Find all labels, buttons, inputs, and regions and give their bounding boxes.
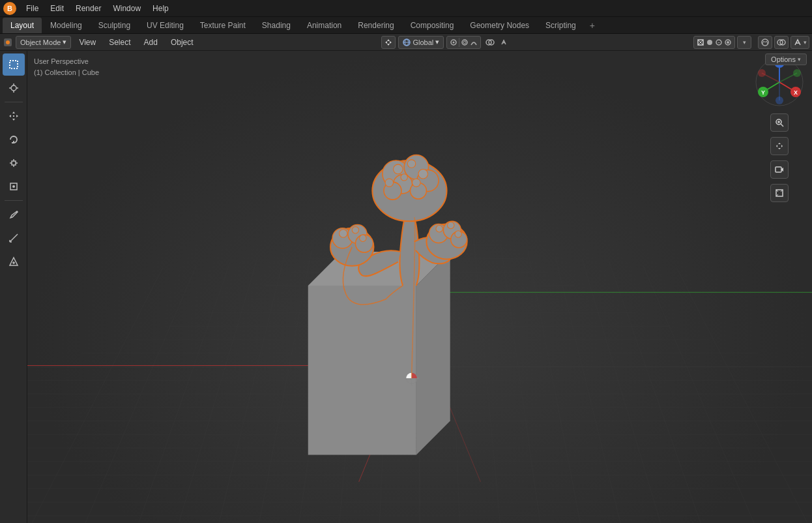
tool-transform[interactable]: [3, 175, 25, 198]
svg-line-73: [27, 268, 163, 523]
svg-line-36: [16, 212, 17, 213]
tab-scripting[interactable]: Scripting: [538, 18, 584, 33]
viewport-shading-chevron[interactable]: ▾: [737, 36, 751, 49]
svg-line-77: [528, 250, 582, 523]
tab-compositing[interactable]: Compositing: [403, 18, 462, 33]
svg-text:X: X: [794, 89, 798, 96]
menu-file[interactable]: File: [21, 3, 44, 14]
workspace-tabs: Layout Modeling Sculpting UV Editing Tex…: [0, 17, 812, 34]
viewport-shading-render-icon[interactable]: [724, 38, 732, 46]
tool-scale[interactable]: [3, 152, 25, 174]
svg-line-141: [781, 124, 783, 127]
svg-point-14: [707, 40, 712, 45]
svg-point-135: [776, 97, 783, 104]
options-chevron: ▾: [798, 56, 801, 63]
svg-line-79: [582, 258, 663, 523]
tab-rendering[interactable]: Rendering: [350, 18, 401, 33]
xr-icon[interactable]: [761, 38, 770, 47]
svg-marker-90: [308, 286, 416, 455]
svg-line-82: [676, 268, 812, 523]
menu-render[interactable]: Render: [70, 3, 106, 14]
tab-sculpting[interactable]: Sculpting: [91, 18, 138, 33]
tab-animation[interactable]: Animation: [299, 18, 349, 33]
svg-point-6: [453, 41, 455, 43]
tool-measure[interactable]: [3, 227, 25, 249]
viewport-grid: [27, 51, 812, 523]
svg-point-116: [448, 222, 454, 228]
svg-line-72: [81, 265, 196, 523]
3d-viewport[interactable]: User Perspective (1) Collection | Cube O…: [27, 51, 812, 523]
options-button[interactable]: Options ▾: [765, 53, 807, 65]
global-space-icon: [403, 38, 411, 46]
view-menu[interactable]: View: [74, 36, 101, 49]
blender-logo-icon: B: [3, 1, 17, 16]
viewport-shading-matcap-icon[interactable]: [715, 38, 723, 46]
tool-rotate[interactable]: [3, 128, 25, 151]
add-menu[interactable]: Add: [139, 36, 163, 49]
svg-rect-28: [13, 115, 14, 117]
tab-texture-paint[interactable]: Texture Paint: [192, 18, 254, 33]
svg-point-109: [352, 227, 358, 233]
tool-cursor[interactable]: [3, 77, 25, 99]
svg-text:B: B: [7, 5, 12, 12]
svg-rect-29: [12, 161, 16, 165]
menu-window[interactable]: Window: [108, 3, 146, 14]
svg-line-78: [555, 255, 623, 523]
svg-point-137: [758, 69, 766, 77]
menu-help[interactable]: Help: [147, 3, 174, 14]
transform-space-dropdown[interactable]: Global ▾: [398, 36, 444, 49]
tool-move[interactable]: [3, 105, 25, 127]
ortho-view-button[interactable]: [770, 184, 789, 202]
viewport-overlay-icon[interactable]: [777, 38, 786, 47]
toolbar-separator-2: [5, 200, 23, 201]
gizmo-toggle-icon[interactable]: [793, 38, 802, 47]
tool-add-object[interactable]: [3, 250, 25, 273]
zoom-camera-button[interactable]: [770, 113, 789, 132]
tab-modeling[interactable]: Modeling: [42, 18, 90, 33]
tab-shading[interactable]: Shading: [254, 18, 298, 33]
global-dropdown-chevron: ▾: [435, 38, 439, 46]
top-menu-bar: B File Edit Render Window Help: [0, 0, 812, 17]
tab-geometry-nodes[interactable]: Geometry Nodes: [462, 18, 537, 33]
viewport-shading-wire-icon[interactable]: [697, 38, 704, 46]
svg-point-99: [407, 160, 415, 168]
proportional-type-icon[interactable]: [470, 38, 478, 46]
menu-edit[interactable]: Edit: [45, 3, 69, 14]
tool-select-box[interactable]: [3, 53, 25, 76]
dropdown-chevron: ▾: [63, 38, 66, 46]
svg-point-3: [6, 40, 10, 44]
left-toolbar: [0, 51, 27, 523]
object-mode-dropdown[interactable]: Object Mode ▾: [16, 36, 71, 49]
svg-line-80: [609, 262, 704, 523]
svg-line-81: [643, 265, 758, 523]
svg-line-69: [217, 255, 285, 523]
svg-point-8: [463, 41, 466, 44]
pan-view-button[interactable]: [770, 137, 789, 155]
viewport-shading-solid-icon[interactable]: [706, 38, 714, 46]
tool-annotate[interactable]: [3, 203, 25, 226]
svg-point-101: [401, 174, 407, 181]
tab-layout[interactable]: Layout: [3, 18, 42, 33]
gizmo-icon-btn[interactable]: [497, 36, 510, 49]
svg-point-17: [727, 41, 729, 44]
svg-rect-144: [776, 167, 781, 172]
select-menu[interactable]: Select: [104, 36, 136, 49]
object-menu[interactable]: Object: [166, 36, 199, 49]
camera-view-button[interactable]: [770, 160, 789, 179]
svg-point-23: [11, 85, 16, 91]
snap-icon[interactable]: [450, 38, 457, 46]
svg-line-75: [474, 238, 501, 523]
svg-point-117: [455, 231, 461, 237]
svg-marker-89: [416, 252, 450, 455]
transform-arrows-icon: [384, 38, 393, 47]
right-navigation-controls: Z X Y: [753, 56, 805, 202]
toolbar-row: Object Mode ▾ View Select Add Object Glo…: [0, 34, 812, 51]
svg-line-70: [176, 258, 257, 523]
svg-point-139: [793, 69, 801, 77]
overlay-icon-btn[interactable]: [484, 36, 497, 49]
tab-uv-editing[interactable]: UV Editing: [139, 18, 192, 33]
main-area: User Perspective (1) Collection | Cube O…: [0, 51, 812, 523]
add-workspace-button[interactable]: +: [585, 18, 600, 33]
proportional-edit-icon[interactable]: [461, 38, 469, 46]
toolbar-separator-1: [5, 102, 23, 102]
